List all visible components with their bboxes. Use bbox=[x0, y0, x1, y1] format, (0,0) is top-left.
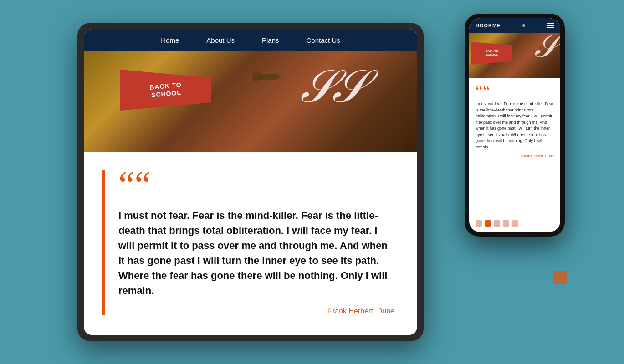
quote-content: ““ I must not fear. Fear is the mind-kil… bbox=[118, 170, 394, 315]
nav-about[interactable]: About Us bbox=[206, 36, 235, 44]
tablet-quote-section: ““ I must not fear. Fear is the mind-kil… bbox=[84, 152, 417, 334]
hero-decoration: BACK TOSCHOOL 𝒮𝒮 bbox=[84, 51, 417, 152]
phone-screen: BOOKME 𝒮 BACK TOSCHOOL ““ I must not fea… bbox=[469, 18, 560, 232]
tablet-screen: Home About Us Plans Contact Us BACK TOSC… bbox=[84, 29, 417, 335]
dot-2[interactable] bbox=[485, 220, 491, 227]
swirl-decoration: 𝒮𝒮 bbox=[299, 61, 363, 113]
phone-carousel-dots bbox=[469, 217, 560, 232]
phone-hero: 𝒮 BACK TOSCHOOL bbox=[469, 33, 560, 78]
phone-nav-dot bbox=[522, 24, 525, 27]
phone-pennant: BACK TOSCHOOL bbox=[471, 42, 512, 65]
quote-marks-large: ““ bbox=[118, 170, 394, 199]
pennant-text: BACK TOSCHOOL bbox=[149, 81, 182, 99]
nav-home[interactable]: Home bbox=[161, 36, 179, 44]
tablet-hero: BACK TOSCHOOL 𝒮𝒮 bbox=[84, 51, 417, 152]
nav-plans[interactable]: Plans bbox=[262, 36, 279, 44]
nav-contact[interactable]: Contact Us bbox=[307, 36, 340, 44]
hamburger-icon[interactable] bbox=[547, 23, 554, 28]
phone-brand: BOOKME bbox=[476, 23, 501, 28]
quote-author-large: Frank Herbert, Dune bbox=[118, 307, 394, 315]
phone-device: BOOKME 𝒮 BACK TOSCHOOL ““ I must not fea… bbox=[465, 14, 565, 237]
dot-5[interactable] bbox=[512, 220, 518, 227]
dot-4[interactable] bbox=[503, 220, 509, 227]
phone-quote-section: ““ I must not fear. Fear is the mind-kil… bbox=[469, 78, 560, 217]
tablet-device: Home About Us Plans Contact Us BACK TOSC… bbox=[77, 23, 424, 341]
phone-quote-author: Frank Herbert, Dune bbox=[476, 154, 554, 158]
key-ring bbox=[252, 71, 261, 82]
phone-swirl: 𝒮 bbox=[533, 33, 556, 65]
pennant: BACK TOSCHOOL bbox=[120, 70, 211, 111]
dot-1[interactable] bbox=[476, 220, 482, 227]
phone-quote-text: I must not fear. Fear is the mind-killer… bbox=[476, 101, 554, 150]
orange-accent-decoration bbox=[553, 271, 567, 284]
phone-quote-marks: ““ bbox=[476, 84, 554, 98]
quote-text-large: I must not fear. Fear is the mind-killer… bbox=[118, 208, 394, 298]
dot-3[interactable] bbox=[494, 220, 500, 227]
quote-border-accent bbox=[102, 170, 105, 315]
phone-nav: BOOKME bbox=[469, 18, 560, 33]
tablet-nav: Home About Us Plans Contact Us bbox=[84, 29, 417, 51]
